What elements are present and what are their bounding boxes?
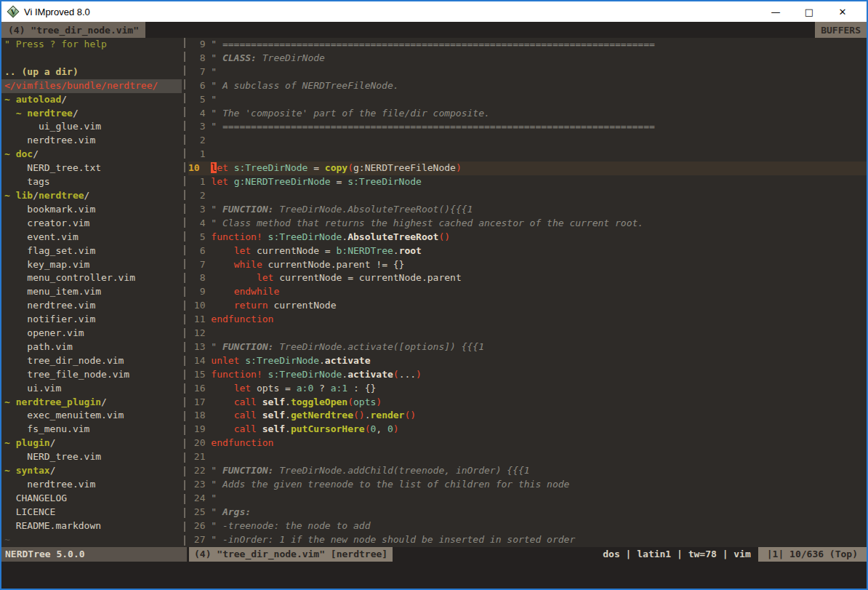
code-token: event.vim — [4, 231, 79, 242]
tree-item[interactable]: ~ nerdtree_plugin/ — [4, 396, 182, 410]
code-line[interactable]: 15 function! s:TreeDirNode.activate(...) — [188, 368, 867, 382]
tree-item[interactable]: tags — [4, 175, 182, 189]
code-line[interactable]: 9 endwhile — [188, 285, 867, 299]
tree-item[interactable]: menu_controller.vim — [4, 271, 182, 285]
tree-item[interactable]: nerdtree.vim — [4, 478, 182, 492]
code-line[interactable]: 3 " ====================================… — [188, 120, 867, 134]
tree-item[interactable]: notifier.vim — [4, 313, 182, 327]
tree-item[interactable]: tree_dir_node.vim — [4, 354, 182, 368]
code-token: = — [331, 176, 347, 187]
code-line[interactable]: 10 return currentNode — [188, 299, 867, 313]
tree-item[interactable]: README.markdown — [4, 519, 182, 533]
code-line[interactable]: 2 — [188, 134, 867, 148]
window-split-separator[interactable] — [182, 38, 188, 547]
code-line[interactable]: 12 — [188, 327, 867, 340]
code-token: currentNode = — [251, 245, 336, 256]
code-line[interactable]: 2 — [188, 189, 867, 203]
tree-item[interactable]: ui.vim — [4, 382, 182, 396]
code-line[interactable]: 6 let currentNode = b:NERDTree.root — [188, 244, 867, 258]
maximize-icon[interactable]: □ — [792, 1, 826, 22]
code-line[interactable]: 26 " -treenode: the node to add — [188, 519, 867, 533]
code-token: fs_menu.vim — [4, 423, 89, 434]
tree-item[interactable]: bookmark.vim — [4, 203, 182, 217]
tree-item[interactable]: key_map.vim — [4, 258, 182, 272]
code-line[interactable]: 14 unlet s:TreeDirNode.activate — [188, 354, 867, 368]
tree-item[interactable]: .. (up a dir) — [4, 65, 182, 79]
code-line[interactable]: 24 " — [188, 492, 867, 506]
command-line-area[interactable] — [1, 562, 867, 589]
tab-active-buffer[interactable]: (4) "tree_dir_node.vim" — [1, 22, 145, 38]
code-line[interactable]: 17 call self.toggleOpen(opts) — [188, 396, 867, 410]
tree-item[interactable]: ui_glue.vim — [4, 120, 182, 134]
tree-item[interactable]: creator.vim — [4, 217, 182, 231]
code-token: opener.vim — [4, 327, 84, 338]
code-line[interactable]: 1 let g:NERDTreeDirNode = s:TreeDirNode — [188, 175, 867, 189]
code-line[interactable]: 6 " A subclass of NERDTreeFileNode. — [188, 79, 867, 93]
code-token: " A subclass of NERDTreeFileNode. — [211, 80, 398, 91]
code-line[interactable]: 1 — [188, 148, 867, 162]
tree-item[interactable]: CHANGELOG — [4, 492, 182, 506]
code-token: opts — [353, 396, 376, 407]
minimize-icon[interactable]: — — [759, 1, 792, 22]
code-line[interactable]: 13 " FUNCTION: TreeDirNode.activate([opt… — [188, 340, 867, 354]
tree-item[interactable] — [4, 52, 182, 65]
code-line[interactable]: 4 " The 'composite' part of the file/dir… — [188, 107, 867, 121]
tree-item[interactable]: " Press ? for help — [4, 38, 182, 52]
tree-item[interactable]: ~ autoload/ — [4, 93, 182, 107]
tree-item[interactable]: menu_item.vim — [4, 285, 182, 299]
close-icon[interactable]: ✕ — [826, 1, 859, 22]
code-line[interactable]: 5 function! s:TreeDirNode.AbsoluteTreeRo… — [188, 231, 867, 244]
code-line[interactable]: 22 " FUNCTION: TreeDirNode.addChild(tree… — [188, 464, 867, 478]
code-line[interactable]: 23 " Adds the given treenode to the list… — [188, 478, 867, 492]
tree-item[interactable]: </vimfiles/bundle/nerdtree/ — [1, 79, 182, 93]
code-line[interactable]: 4 " Class method that returns the highes… — [188, 217, 867, 231]
tree-item[interactable]: ~ plugin/ — [4, 436, 182, 450]
tree-item[interactable]: ~ nerdtree/ — [4, 107, 182, 121]
code-token: ) — [416, 369, 422, 380]
line-number: 9 — [188, 286, 211, 297]
tree-item[interactable]: nerdtree.vim — [4, 299, 182, 313]
code-line[interactable]: 20 endfunction — [188, 436, 867, 450]
tree-item[interactable]: nerdtree.vim — [4, 134, 182, 148]
code-token: ~ syntax — [4, 465, 50, 476]
tree-item[interactable]: NERD_tree.txt — [4, 162, 182, 175]
code-token: nerdtree.vim — [4, 135, 95, 145]
code-token — [211, 396, 233, 407]
tree-item[interactable]: event.vim — [4, 231, 182, 244]
code-line[interactable]: 8 " CLASS: TreeDirNode — [188, 52, 867, 65]
code-line[interactable]: 25 " Args: — [188, 506, 867, 519]
code-line[interactable]: 5 " — [188, 93, 867, 107]
code-line[interactable]: 10 let s:TreeDirNode = copy(g:NERDTreeFi… — [188, 162, 867, 175]
code-line[interactable]: 3 " FUNCTION: TreeDirNode.AbsoluteTreeRo… — [188, 203, 867, 217]
code-line[interactable]: 18 call self.getNerdtree().render() — [188, 409, 867, 423]
buffers-label[interactable]: BUFFERS — [815, 22, 867, 38]
code-line[interactable]: 19 call self.putCursorHere(0, 0) — [188, 423, 867, 436]
code-line[interactable]: 7 " — [188, 65, 867, 79]
code-token: putCursorHere — [291, 423, 365, 434]
code-line[interactable]: 16 let opts = a:0 ? a:1 : {} — [188, 382, 867, 396]
tree-item[interactable]: flag_set.vim — [4, 244, 182, 258]
line-number: 23 — [188, 479, 211, 490]
tree-item[interactable]: fs_menu.vim — [4, 423, 182, 436]
code-line[interactable]: 9 " ====================================… — [188, 38, 867, 52]
code-token: s:TreeDirNode — [268, 231, 342, 242]
tree-item[interactable]: ~ — [4, 533, 182, 547]
tree-item[interactable]: opener.vim — [4, 327, 182, 340]
tree-item[interactable]: NERD_tree.vim — [4, 450, 182, 464]
tree-item[interactable]: path.vim — [4, 340, 182, 354]
code-line[interactable]: 27 " -inOrder: 1 if the new node should … — [188, 533, 867, 547]
tree-item[interactable]: tree_file_node.vim — [4, 368, 182, 382]
code-token: " — [211, 506, 222, 517]
code-line[interactable]: 21 — [188, 450, 867, 464]
code-line[interactable]: 8 let currentNode = currentNode.parent — [188, 271, 867, 285]
code-line[interactable]: 11 endfunction — [188, 313, 867, 327]
code-token: . — [319, 355, 325, 366]
tree-item[interactable]: LICENCE — [4, 506, 182, 519]
tree-item[interactable]: ~ lib/nerdtree/ — [4, 189, 182, 203]
code-token: notifier.vim — [4, 314, 95, 324]
line-number: 7 — [188, 66, 211, 77]
tree-item[interactable]: exec_menuitem.vim — [4, 409, 182, 423]
tree-item[interactable]: ~ syntax/ — [4, 464, 182, 478]
code-line[interactable]: 7 while currentNode.parent != {} — [188, 258, 867, 272]
tree-item[interactable]: ~ doc/ — [4, 148, 182, 162]
